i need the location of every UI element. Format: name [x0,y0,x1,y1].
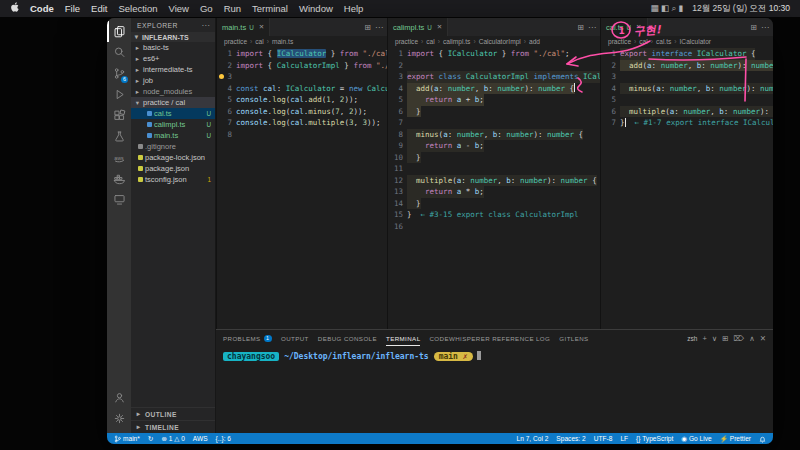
prettier[interactable]: ⚡ Prettier [720,435,751,443]
tree-folder-node-modules[interactable]: ▸node_modules [131,86,215,97]
tree-file-package-json[interactable]: package.json [131,163,215,174]
indentation[interactable]: Spaces: 2 [556,435,585,442]
go-live[interactable]: ◉ Go Live [681,435,711,443]
breadcrumb-item[interactable]: cal.ts [656,38,671,45]
breadcrumb-item[interactable]: ICalculator [680,38,712,45]
kill-terminal-icon[interactable]: ⌦ [734,334,745,343]
activity-account-icon[interactable] [107,387,131,408]
cursor-position[interactable]: Ln 7, Col 2 [516,435,548,442]
close-tab-icon[interactable]: ✕ [259,23,264,31]
menu-edit[interactable]: Edit [91,3,107,14]
tree-file-package-lock-json[interactable]: package-lock.json [131,152,215,163]
activity-docker-icon[interactable] [107,168,131,189]
breadcrumb-item[interactable]: add [529,38,540,45]
control-center-icon[interactable]: ◧ [661,3,669,13]
breadcrumb-item[interactable]: practice [608,38,631,45]
menu-selection[interactable]: Selection [118,3,157,14]
breadcrumb[interactable]: practice›cal›calimpl.ts›CalculatorImpl›a… [388,36,600,47]
terminal-dropdown-icon[interactable]: ∨ [712,334,718,343]
code-area[interactable]: 1import { ICalculator } from "./cal";2im… [217,47,387,329]
breadcrumb[interactable]: practice›cal›main.ts [217,36,387,47]
breadcrumb-item[interactable]: CalculatorImpl [479,38,521,45]
more-actions-icon[interactable]: ⋯ [761,23,769,32]
problems-status[interactable]: ⊗ 1 △ 0 [161,435,184,443]
activity-run-debug-icon[interactable] [107,84,131,105]
tree-file-calimpl-ts[interactable]: calimpl.tsU [131,119,215,130]
eol[interactable]: LF [620,435,628,442]
panel-tab-output[interactable]: OUTPUT [281,330,309,346]
tree-file-gitignore[interactable]: .gitignore [131,141,215,152]
panel-tab-codewhisperer-reference-log[interactable]: CODEWHISPERER REFERENCE LOG [429,330,550,346]
menu-terminal[interactable]: Terminal [252,3,288,14]
language-mode[interactable]: {} TypeScript [636,435,673,442]
split-editor-icon[interactable]: ⊞ [577,23,584,32]
activity-remote-icon[interactable] [107,189,131,210]
more-actions-icon[interactable]: ⋯ [375,23,383,32]
sidebar-section-timeline[interactable]: ▸TIMELINE [131,420,215,433]
panel-tab-debug-console[interactable]: DEBUG CONSOLE [318,330,377,346]
close-tab-icon[interactable]: ✕ [437,23,442,31]
menu-view[interactable]: View [169,3,189,14]
code-area[interactable]: 1import { ICalculator } from "./cal";23e… [388,47,600,329]
breadcrumb-item[interactable]: cal [426,38,434,45]
menu-window[interactable]: Window [299,3,333,14]
tree-folder-practice-cal[interactable]: ▾practice / cal [131,97,215,108]
breadcrumb-item[interactable]: cal [639,38,647,45]
panel-tab-gitlens[interactable]: GITLENS [559,330,588,346]
split-editor-icon[interactable]: ⊞ [364,23,371,32]
activity-explorer-icon[interactable] [107,21,131,42]
spotlight-icon[interactable]: ⌕ [671,3,676,13]
terminal[interactable]: chayangsoo~/Desktop/inflearn/inflearn-ts… [216,346,773,433]
menu-file[interactable]: File [65,3,80,14]
activity-testing-icon[interactable] [107,126,131,147]
split-terminal-icon[interactable]: ⊞ [722,334,728,343]
activity-source-control-icon[interactable]: 6 [107,63,131,84]
activity-search-icon[interactable] [107,42,131,63]
breadcrumb[interactable]: practice›cal›cal.ts›ICalculator [601,36,773,47]
menu-help[interactable]: Help [344,3,364,14]
activity-aws-icon[interactable]: aws [107,147,131,168]
sidebar-section-outline[interactable]: ▸OUTLINE [131,407,215,420]
maximize-panel-icon[interactable]: ∧ [749,334,755,343]
breadcrumb-item[interactable]: practice [224,38,247,45]
tree-root-inflearn-ts[interactable]: ▾ INFLEARN-TS [131,32,215,42]
tab-main-ts[interactable]: main.tsU✕ [217,18,270,36]
menu-code[interactable]: Code [30,3,54,14]
battery-icon[interactable]: ▮ [679,3,684,13]
activity-extensions-icon[interactable] [107,105,131,126]
lightbulb-icon[interactable] [219,74,224,79]
more-actions-icon[interactable]: ⋯ [588,23,596,32]
sync-icon[interactable]: ↻ [148,435,154,443]
codewhisperer-status[interactable]: {..}: 6 [216,435,231,442]
tab-calimpl-ts[interactable]: calimpl.tsU✕ [388,18,448,36]
code-area[interactable]: 1export interface ICalculator {2 add(a: … [601,47,773,329]
breadcrumb-item[interactable]: cal [255,38,263,45]
tree-file-main-ts[interactable]: main.tsU [131,130,215,141]
tree-folder-es6[interactable]: ▸es6+ [131,53,215,64]
breadcrumb-item[interactable]: practice [395,38,418,45]
breadcrumb-item[interactable]: main.ts [272,38,293,45]
activity-settings-icon[interactable] [107,408,131,429]
stage-manager-icon[interactable]: ▦ [651,3,659,13]
apple-menu-icon[interactable] [10,2,19,15]
tree-file-tsconfig-json[interactable]: tsconfig.json1 [131,174,215,185]
git-branch-status[interactable]: main* [114,435,140,443]
tree-folder-job[interactable]: ▸job [131,75,215,86]
new-terminal-icon[interactable]: + [702,334,706,343]
notifications-bell[interactable] [759,435,766,443]
menu-go[interactable]: Go [200,3,213,14]
tree-folder-basic-ts[interactable]: ▸basic-ts [131,42,215,53]
tree-file-cal-ts[interactable]: cal.tsU [131,108,215,119]
panel-tab-problems[interactable]: PROBLEMS1 [223,330,272,346]
encoding[interactable]: UTF-8 [594,435,613,442]
tree-folder-intermediate-ts[interactable]: ▸intermediate-ts [131,64,215,75]
aws-status[interactable]: AWS [193,435,208,442]
split-editor-icon[interactable]: ⊞ [750,23,757,32]
sidebar-more-ic[interactable]: ⋯ [202,21,211,30]
breadcrumb-item[interactable]: calimpl.ts [443,38,470,45]
close-panel-icon[interactable]: ✕ [760,334,766,343]
shell-label[interactable]: zsh [687,335,697,342]
panel-tab-terminal[interactable]: TERMINAL [386,330,421,346]
tab-cal-ts[interactable]: cal.tsU✕ [601,18,648,36]
menu-run[interactable]: Run [224,3,241,14]
